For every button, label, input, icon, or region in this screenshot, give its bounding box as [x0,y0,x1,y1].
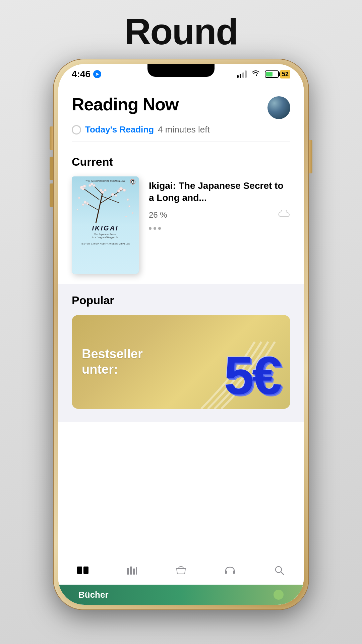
book-progress-row: 26 % [149,210,290,220]
svg-point-31 [77,209,78,210]
book-title-area: IKIGAI The Japanese Secretto a Long and … [80,224,130,245]
current-section: Current THE INTERNATIONAL BESTSELLER [58,155,304,284]
tab-books[interactable] [58,564,107,578]
svg-point-18 [89,184,91,187]
svg-point-2 [132,180,133,181]
svg-point-20 [104,189,107,192]
svg-line-6 [82,188,99,200]
green-circle [274,590,284,600]
svg-point-3 [133,180,134,181]
svg-rect-40 [233,571,235,574]
tab-store[interactable] [157,564,205,578]
svg-point-25 [86,203,89,205]
svg-point-14 [83,185,86,187]
minutes-left: 4 minutes left [158,124,210,135]
tab-bar-green: Bücher [58,585,304,605]
status-right: 52 [237,70,290,78]
svg-line-4 [96,193,103,223]
profile-avatar[interactable] [267,96,290,119]
reading-now-section: Reading Now Today's Reading 4 minutes le… [58,84,304,155]
tab-search[interactable] [255,564,304,578]
todays-reading-label: Today's Reading [85,124,154,135]
cloud-icon [278,210,290,220]
svg-point-32 [125,216,127,217]
tab-bar-bucher-label: Bücher [78,590,109,600]
book-name: Ikigai: The Japanese Secret to a Long an… [149,180,290,204]
signal-bars-icon [237,70,247,78]
popular-banner[interactable]: Bestsellerunter: 5€ [72,315,290,409]
svg-rect-37 [133,569,135,575]
battery-label: 52 [280,70,290,78]
svg-point-21 [100,189,102,192]
popular-section-title: Popular [72,294,290,307]
reading-now-header: Reading Now [72,94,290,119]
tab-audio[interactable] [205,564,254,578]
svg-point-30 [132,212,133,214]
time-display: 4:46 [72,69,90,79]
svg-rect-38 [136,567,137,575]
cherry-blossoms [76,183,135,223]
phone-screen: 4:46 ➤ 52 [58,64,304,605]
todays-reading-row[interactable]: Today's Reading 4 minutes left [72,124,290,135]
book-card[interactable]: THE INTERNATIONAL BESTSELLER [72,176,290,274]
tab-bar: Bücher [58,558,304,605]
book-info: Ikigai: The Japanese Secret to a Long an… [149,176,290,230]
main-scroll[interactable]: Reading Now Today's Reading 4 minutes le… [58,84,304,558]
phone-frame: 4:46 ➤ 52 [54,59,308,609]
more-options-dots[interactable] [149,227,290,230]
svg-point-23 [115,195,117,197]
book-author-cover: HÉCTOR GARCÍA AND FRANCESC MIRALLES [80,243,130,245]
svg-rect-39 [225,571,227,574]
search-icon [274,565,284,578]
svg-rect-33 [77,567,82,574]
progress-percentage: 26 % [149,210,167,220]
reading-now-title: Reading Now [72,94,178,114]
divider [72,142,290,142]
svg-point-15 [82,187,84,190]
banner-text: Bestsellerunter: [82,346,149,377]
svg-point-26 [82,204,84,206]
svg-line-42 [281,572,284,575]
app-title: Round [124,10,238,53]
svg-rect-35 [127,568,129,575]
svg-rect-36 [130,567,132,575]
books-icon [76,565,89,578]
svg-point-27 [127,199,129,201]
headphones-icon [224,565,236,578]
cover-top-text: THE INTERNATIONAL BESTSELLER [76,180,135,182]
svg-point-22 [111,193,114,196]
svg-rect-34 [83,567,88,574]
ikigai-cover: THE INTERNATIONAL BESTSELLER [72,176,139,274]
notch [147,64,215,77]
svg-point-10 [119,187,123,191]
popular-section: Popular Bestsellerunter: 5€ [58,284,304,416]
svg-point-29 [78,197,80,199]
svg-point-11 [123,189,126,192]
svg-point-24 [84,201,86,204]
location-icon: ➤ [93,70,101,78]
svg-point-28 [129,206,130,207]
banner-price: 5€ [224,348,280,402]
status-time-group: 4:46 ➤ [72,69,101,79]
avatar-image [267,96,290,119]
reading-circle-icon [72,125,81,135]
battery-indicator: 52 [265,70,290,78]
current-section-title: Current [72,155,290,168]
book-subtitle-cover: The Japanese Secretto a Long and Happy L… [80,233,130,239]
book-title-cover: IKIGAI [80,224,130,232]
svg-point-17 [93,184,96,187]
svg-point-19 [101,191,104,194]
tab-library[interactable] [107,564,156,578]
store-icon [175,565,187,578]
book-cover[interactable]: THE INTERNATIONAL BESTSELLER [72,176,139,274]
wifi-icon [251,70,260,78]
svg-point-12 [117,190,120,192]
library-icon [126,565,138,578]
